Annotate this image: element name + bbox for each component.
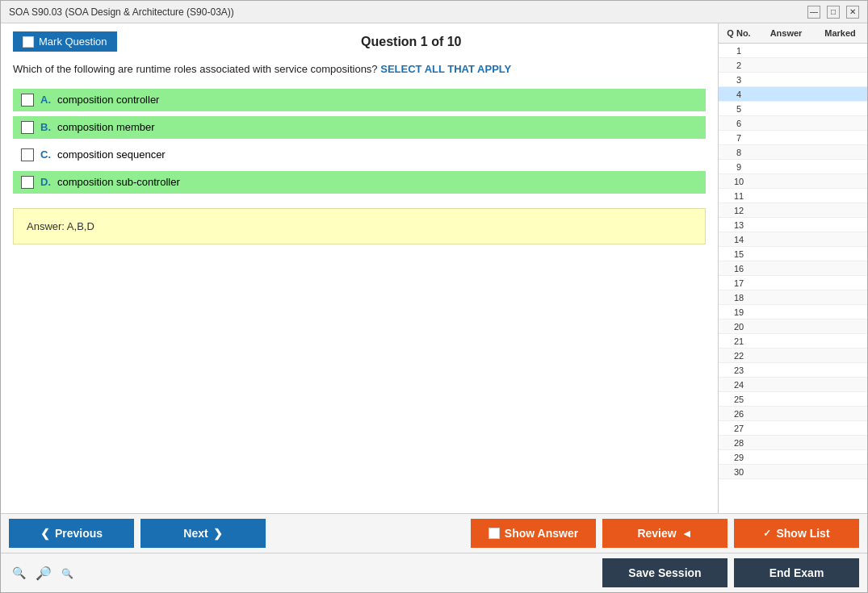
list-item[interactable]: 11 bbox=[719, 189, 867, 203]
list-item[interactable]: 18 bbox=[719, 290, 867, 305]
question-body: Which of the following are runtime roles… bbox=[13, 63, 378, 75]
list-item[interactable]: 27 bbox=[719, 421, 867, 436]
show-answer-checkbox-icon bbox=[489, 528, 500, 539]
option-a[interactable]: A. composition controller bbox=[13, 89, 706, 111]
option-d-letter: D. bbox=[40, 176, 51, 188]
review-label: Review bbox=[637, 527, 676, 540]
list-item[interactable]: 28 bbox=[719, 436, 867, 450]
question-text: Which of the following are runtime roles… bbox=[13, 61, 706, 77]
list-item[interactable]: 26 bbox=[719, 407, 867, 421]
option-c-letter: C. bbox=[40, 148, 51, 161]
minimize-button[interactable]: — bbox=[807, 6, 820, 19]
list-item[interactable]: 8 bbox=[719, 145, 867, 160]
zoom-in-button[interactable]: 🔍 bbox=[9, 564, 29, 582]
review-arrow-icon: ◄ bbox=[681, 527, 693, 540]
option-c-checkbox[interactable] bbox=[21, 148, 34, 161]
left-panel: Mark Question Question 1 of 10 Which of … bbox=[1, 23, 718, 513]
answer-text: Answer: A,B,D bbox=[27, 220, 94, 232]
list-item[interactable]: 3 bbox=[719, 73, 867, 87]
zoom-out-icon: 🔍 bbox=[61, 568, 73, 579]
list-item[interactable]: 4 bbox=[719, 87, 867, 102]
question-list[interactable]: 1 2 3 4 5 6 7 8 9 10 11 12 13 14 15 16 1… bbox=[719, 44, 867, 513]
right-panel: Q No. Answer Marked 1 2 3 4 5 6 7 8 9 10… bbox=[718, 23, 867, 513]
top-bar: Mark Question Question 1 of 10 bbox=[13, 31, 706, 52]
title-bar: SOA S90.03 (SOA Design & Architecture (S… bbox=[1, 1, 867, 23]
bottom-right-actions: Save Session End Exam bbox=[602, 558, 859, 587]
option-c-text: composition sequencer bbox=[57, 148, 166, 161]
main-window: SOA S90.03 (SOA Design & Architecture (S… bbox=[0, 0, 868, 593]
option-d[interactable]: D. composition sub-controller bbox=[13, 171, 706, 194]
list-item[interactable]: 9 bbox=[719, 160, 867, 174]
list-item[interactable]: 24 bbox=[719, 378, 867, 392]
option-b-letter: B. bbox=[40, 121, 51, 133]
next-label: Next bbox=[183, 527, 208, 540]
show-answer-button[interactable]: Show Answer bbox=[471, 519, 596, 548]
end-exam-button[interactable]: End Exam bbox=[734, 558, 859, 587]
option-a-checkbox[interactable] bbox=[21, 94, 34, 106]
option-a-letter: A. bbox=[40, 94, 51, 106]
list-item[interactable]: 15 bbox=[719, 247, 867, 261]
list-item[interactable]: 21 bbox=[719, 334, 867, 349]
list-item[interactable]: 1 bbox=[719, 44, 867, 58]
sidebar-col-qno: Q No. bbox=[719, 27, 759, 40]
main-content: Mark Question Question 1 of 10 Which of … bbox=[1, 23, 867, 513]
option-b-text: composition member bbox=[57, 121, 155, 133]
list-item[interactable]: 25 bbox=[719, 392, 867, 407]
window-controls: — □ ✕ bbox=[807, 6, 859, 19]
list-item[interactable]: 22 bbox=[719, 349, 867, 363]
previous-label: Previous bbox=[55, 527, 103, 540]
list-item[interactable]: 7 bbox=[719, 131, 867, 145]
question-highlight: SELECT ALL THAT APPLY bbox=[380, 63, 511, 75]
previous-button[interactable]: ❮ Previous bbox=[9, 519, 134, 548]
answer-box: Answer: A,B,D bbox=[13, 208, 706, 244]
list-item[interactable]: 2 bbox=[719, 58, 867, 73]
list-item[interactable]: 14 bbox=[719, 232, 867, 247]
sidebar-header: Q No. Answer Marked bbox=[719, 23, 867, 44]
next-button[interactable]: Next ❯ bbox=[140, 519, 266, 548]
list-item[interactable]: 20 bbox=[719, 319, 867, 334]
list-item[interactable]: 6 bbox=[719, 116, 867, 131]
maximize-button[interactable]: □ bbox=[827, 6, 840, 19]
mark-question-button[interactable]: Mark Question bbox=[13, 31, 117, 52]
sidebar-col-marked: Marked bbox=[813, 27, 867, 40]
option-a-text: composition controller bbox=[57, 94, 159, 106]
options-list: A. composition controller B. composition… bbox=[13, 89, 706, 194]
close-button[interactable]: ✕ bbox=[846, 6, 859, 19]
zoom-normal-button[interactable]: 🔎 bbox=[32, 564, 55, 583]
show-list-button[interactable]: ✓ Show List bbox=[734, 519, 859, 548]
question-title: Question 1 of 10 bbox=[117, 35, 706, 49]
list-item[interactable]: 13 bbox=[719, 218, 867, 232]
window-title: SOA S90.03 (SOA Design & Architecture (S… bbox=[9, 6, 234, 18]
option-b-checkbox[interactable] bbox=[21, 121, 34, 134]
zoom-out-button[interactable]: 🔍 bbox=[58, 564, 77, 582]
option-d-checkbox[interactable] bbox=[21, 176, 34, 189]
list-item[interactable]: 12 bbox=[719, 203, 867, 218]
list-item[interactable]: 19 bbox=[719, 305, 867, 319]
mark-checkbox-icon bbox=[23, 36, 34, 48]
list-item[interactable]: 23 bbox=[719, 363, 867, 378]
list-item[interactable]: 5 bbox=[719, 102, 867, 116]
list-item[interactable]: 30 bbox=[719, 465, 867, 479]
list-item[interactable]: 10 bbox=[719, 174, 867, 189]
mark-question-label: Mark Question bbox=[39, 35, 107, 48]
show-answer-label: Show Answer bbox=[505, 527, 578, 540]
previous-chevron-icon: ❮ bbox=[40, 527, 50, 540]
utility-bar: 🔍 🔎 🔍 Save Session End Exam bbox=[1, 553, 867, 592]
option-b[interactable]: B. composition member bbox=[13, 116, 706, 139]
show-list-check-icon: ✓ bbox=[763, 528, 771, 539]
save-session-button[interactable]: Save Session bbox=[602, 558, 728, 587]
option-d-text: composition sub-controller bbox=[57, 176, 180, 188]
navigation-bar: ❮ Previous Next ❯ Show Answer Review ◄ ✓… bbox=[1, 513, 867, 553]
list-item[interactable]: 16 bbox=[719, 261, 867, 276]
next-chevron-icon: ❯ bbox=[213, 527, 223, 540]
list-item[interactable]: 17 bbox=[719, 276, 867, 290]
option-c[interactable]: C. composition sequencer bbox=[13, 144, 706, 166]
zoom-in-icon: 🔍 bbox=[12, 566, 26, 579]
list-item[interactable]: 29 bbox=[719, 450, 867, 465]
review-button[interactable]: Review ◄ bbox=[602, 519, 728, 548]
zoom-normal-icon: 🔎 bbox=[36, 566, 52, 580]
sidebar-col-answer: Answer bbox=[759, 27, 813, 40]
show-list-label: Show List bbox=[776, 527, 829, 540]
